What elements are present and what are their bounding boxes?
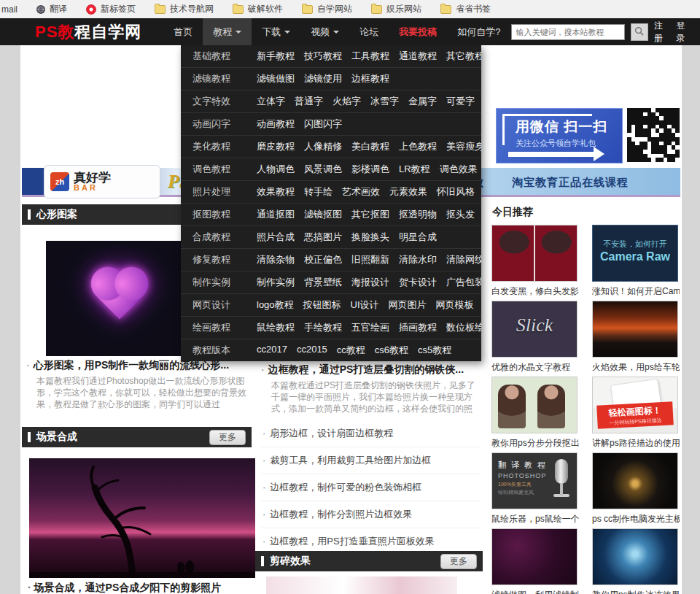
mega-link[interactable]: 人物调色 <box>257 163 295 176</box>
mega-category[interactable]: 动画闪字 <box>192 117 257 131</box>
mega-link[interactable]: 转手绘 <box>304 185 332 198</box>
nav-item-教程[interactable]: 教程 <box>203 18 252 45</box>
mega-link[interactable]: 冰雪字 <box>370 95 399 108</box>
nav-item-首页[interactable]: 首页 <box>163 18 203 45</box>
wechat-follow-banner[interactable]: 用微信 扫一扫 关注公众号领自学礼包 <box>496 108 623 163</box>
search-input[interactable] <box>511 24 625 40</box>
mega-category[interactable]: 基础教程 <box>192 50 257 63</box>
mega-link[interactable]: 插画教程 <box>399 321 437 334</box>
mega-link[interactable]: 立体字 <box>257 95 285 108</box>
mega-link[interactable]: 抠头发 <box>446 208 475 221</box>
mega-link[interactable]: 上色教程 <box>399 140 437 153</box>
mega-link[interactable]: 抠透明物 <box>399 208 437 221</box>
list-item[interactable]: ·裁剪工具，利用裁剪工具给图片加边框 <box>261 447 481 474</box>
mega-link[interactable]: 背景壁纸 <box>304 276 342 289</box>
list-item[interactable]: ·边框教程，制作可爱的粉色装饰相框 <box>261 474 481 501</box>
mega-category[interactable]: 修复教程 <box>192 253 257 266</box>
mega-link[interactable]: 艺术画效 <box>342 185 380 198</box>
mega-link[interactable]: 清除杂物 <box>257 253 295 266</box>
site-logo[interactable]: PS教程自学网 <box>35 21 141 43</box>
mega-link[interactable]: 调色效果 <box>440 163 478 176</box>
mega-category[interactable]: 文字特效 <box>192 95 257 108</box>
recommend-item[interactable]: 白发变黑，修白头发影楼后 <box>491 225 579 301</box>
recommend-item[interactable]: 不安装，如何打开Camera Raw涨知识！如何开启Camera <box>592 225 680 301</box>
bookmark-item[interactable]: 翻译 <box>36 3 67 15</box>
mega-category[interactable]: 美化教程 <box>192 140 257 153</box>
nav-item-论坛[interactable]: 论坛 <box>349 18 389 45</box>
register-link[interactable]: 注册 <box>654 20 670 45</box>
mega-link[interactable]: 恶搞图片 <box>304 231 342 244</box>
mega-link[interactable]: 技巧教程 <box>304 50 342 63</box>
mega-link[interactable]: 制作实例 <box>257 276 295 289</box>
mega-category[interactable]: 滤镜教程 <box>192 72 257 85</box>
mega-link[interactable]: 五官绘画 <box>351 321 389 334</box>
mega-category[interactable]: 教程版本 <box>192 344 257 357</box>
scene-article-caption[interactable]: · 场景合成，通过PS合成夕阳下的剪影照片 <box>28 582 221 594</box>
mega-category[interactable]: 照片处理 <box>192 185 257 198</box>
mega-link[interactable]: 校正偏色 <box>304 253 342 266</box>
recommend-item[interactable]: 教你用ps分步分段抠出复杂 <box>491 377 579 452</box>
mega-link[interactable]: 清除水印 <box>399 253 437 266</box>
mega-link[interactable]: 按钮图标 <box>303 298 341 312</box>
nav-item-视频[interactable]: 视频 <box>300 18 349 45</box>
recommend-item[interactable]: Slick优雅的水晶文字教程 <box>491 301 579 377</box>
mega-link[interactable]: 滤镜做图 <box>257 72 295 85</box>
mega-link[interactable]: logo教程 <box>257 298 294 312</box>
mega-link[interactable]: 数位板绘画教程 <box>446 321 481 334</box>
mega-link[interactable]: cs5教程 <box>418 344 451 357</box>
mega-link[interactable]: 火焰字 <box>332 95 361 108</box>
list-item[interactable]: ·扇形边框，设计扇面边框教程 <box>261 420 481 447</box>
mega-link[interactable]: 其它教程 <box>446 50 481 63</box>
bookmark-item[interactable]: 娱乐网站 <box>371 3 421 15</box>
bookmark-item[interactable]: 技术导航网 <box>155 3 214 15</box>
mega-link[interactable]: UI设计 <box>351 298 379 312</box>
mega-link[interactable]: 磨皮教程 <box>257 140 295 153</box>
mega-link[interactable]: 风景调色 <box>304 163 342 176</box>
mega-link[interactable]: 鼠绘教程 <box>257 321 295 334</box>
bookmark-item[interactable]: mail <box>1 4 18 15</box>
mega-link[interactable]: cc2015 <box>297 344 327 357</box>
mega-link[interactable]: cc2017 <box>257 344 287 357</box>
more-button[interactable]: 更多 <box>209 430 246 445</box>
mega-link[interactable]: 闪图闪字 <box>304 117 342 131</box>
mega-category[interactable]: 网页设计 <box>192 298 257 312</box>
mega-link[interactable]: 动画教程 <box>257 117 295 131</box>
mega-link[interactable]: cc教程 <box>337 344 365 357</box>
mega-link[interactable]: 换脸换头 <box>351 231 389 244</box>
recommend-item[interactable]: 火焰效果，用ps给车轮加上 <box>592 301 680 377</box>
nav-item-如何自学?[interactable]: 如何自学? <box>447 18 510 45</box>
mega-link[interactable]: 清除网纹 <box>446 253 481 266</box>
mega-link[interactable]: 可爱字 <box>446 95 475 108</box>
mega-category[interactable]: 合成教程 <box>192 231 257 244</box>
more-button[interactable]: 更多 <box>440 554 477 569</box>
mega-link[interactable]: 效果教程 <box>257 185 295 198</box>
mega-link[interactable]: 通道教程 <box>399 50 437 63</box>
mega-link[interactable]: 影楼调色 <box>351 163 389 176</box>
mega-link[interactable]: 工具教程 <box>351 50 389 63</box>
mega-link[interactable]: 通道抠图 <box>257 208 295 221</box>
mega-link[interactable]: 人像精修 <box>304 140 342 153</box>
recommend-item[interactable]: 教你用ps制作冰冻效果字教 <box>592 528 680 594</box>
mega-link[interactable]: 美容瘦身 <box>446 140 481 153</box>
mega-link[interactable]: 旧照翻新 <box>351 253 389 266</box>
mega-category[interactable]: 绘画教程 <box>192 321 257 334</box>
mega-link[interactable]: 边框教程 <box>351 72 389 85</box>
search-button[interactable] <box>631 23 648 41</box>
mega-link[interactable]: 滤镜抠图 <box>304 208 342 221</box>
scene-article-image[interactable] <box>29 458 255 578</box>
shred-section-image[interactable] <box>266 576 457 594</box>
mega-link[interactable]: 新手教程 <box>257 50 295 63</box>
login-link[interactable]: 登录 <box>677 20 693 45</box>
mega-link[interactable]: 网页图片 <box>389 298 427 312</box>
bookmark-item[interactable]: 自学网站 <box>302 3 352 15</box>
mega-link[interactable]: 贺卡设计 <box>399 276 437 289</box>
bookmark-item[interactable]: 新标签页 <box>86 3 136 15</box>
recommend-item[interactable]: 翻 译 教 程PHOTOSHOP100%矢量工具绘制精细麦克风鼠绘乐器，ps鼠绘… <box>491 452 579 528</box>
mega-link[interactable]: 海报设计 <box>351 276 389 289</box>
bookmark-item[interactable]: 省省书签 <box>440 3 491 15</box>
mega-category[interactable]: 抠图教程 <box>192 208 257 221</box>
list-item[interactable]: ·边框教程，制作分割照片边框效果 <box>261 501 481 528</box>
recommend-item[interactable]: 轻松画图标！一分钟玩转PS路径描边讲解ps路径描边的使用技巧 <box>592 377 680 452</box>
recommend-item[interactable]: ps cc制作电脑发光主板图 <box>592 452 680 528</box>
mega-link[interactable]: 其它抠图 <box>351 208 389 221</box>
